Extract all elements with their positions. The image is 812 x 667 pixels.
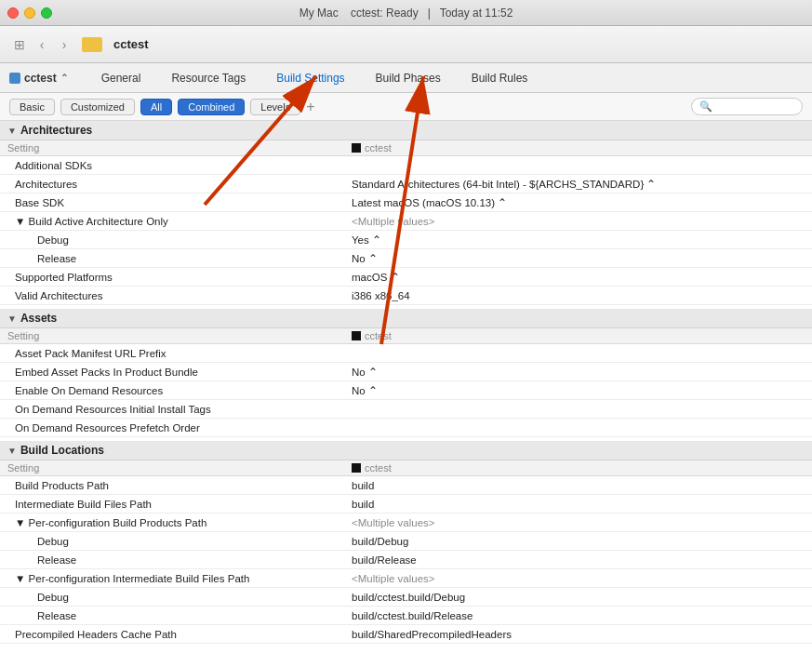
table-row: Build Products Path build bbox=[0, 476, 812, 495]
assets-col-header: Setting cctest bbox=[0, 328, 812, 344]
table-row: Release No ⌃ bbox=[0, 249, 812, 268]
build-locations-section-header: ▼ Build Locations bbox=[0, 441, 812, 460]
table-row: Architectures Standard Architectures (64… bbox=[0, 175, 812, 193]
table-row: On Demand Resources Prefetch Order bbox=[0, 419, 812, 437]
table-row: Precompiled Headers Cache Path build/Sha… bbox=[0, 625, 812, 644]
table-row: ▼ Per-configuration Intermediate Build F… bbox=[0, 569, 812, 588]
table-row: ▼ Per-configuration Build Products Path … bbox=[0, 514, 812, 532]
table-row: Asset Pack Manifest URL Prefix bbox=[0, 344, 812, 363]
settings-content: ▼ Architectures Setting cctest Additiona… bbox=[0, 121, 812, 667]
tab-build-rules[interactable]: Build Rules bbox=[457, 63, 544, 93]
traffic-lights bbox=[7, 7, 52, 19]
collapse-triangle-assets[interactable]: ▼ bbox=[7, 313, 17, 324]
close-button[interactable] bbox=[7, 7, 19, 19]
table-row: Supported Platforms macOS ⌃ bbox=[0, 268, 812, 287]
search-input[interactable] bbox=[716, 101, 800, 113]
table-row: Intermediate Build Files Path build bbox=[0, 495, 812, 514]
table-row: Debug Yes ⌃ bbox=[0, 231, 812, 249]
filter-combined-button[interactable]: Combined bbox=[178, 99, 245, 115]
table-row: Valid Architectures i386 x86_64 bbox=[0, 287, 812, 305]
title-bar-text: My Mac cctest: Ready | Today at 11:52 bbox=[300, 7, 513, 20]
title-bar: My Mac cctest: Ready | Today at 11:52 bbox=[0, 0, 812, 26]
tab-resource-tags[interactable]: Resource Tags bbox=[156, 63, 261, 93]
table-row: ▼ Build Active Architecture Only <Multip… bbox=[0, 212, 812, 231]
table-row: Release build/cctest.build/Release bbox=[0, 607, 812, 625]
tab-general[interactable]: General bbox=[87, 63, 157, 93]
tab-build-phases[interactable]: Build Phases bbox=[361, 63, 457, 93]
target-icon bbox=[352, 143, 361, 153]
filter-bar: Basic Customized All Combined Levels + 🔍 bbox=[0, 93, 812, 121]
target-icon-build-loc bbox=[352, 463, 361, 473]
tab-build-settings[interactable]: Build Settings bbox=[261, 63, 360, 93]
project-label: cctest ⌃ bbox=[9, 72, 68, 85]
tabs: General Resource Tags Build Settings Bui… bbox=[87, 63, 544, 93]
collapse-triangle[interactable]: ▼ bbox=[7, 126, 17, 136]
build-locations-col-header: Setting cctest bbox=[0, 460, 812, 476]
nav-buttons: ⊞ ‹ › bbox=[9, 34, 74, 55]
search-icon: 🔍 bbox=[699, 100, 712, 113]
table-row: Additional SDKs bbox=[0, 156, 812, 175]
add-filter-button[interactable]: + bbox=[306, 100, 314, 114]
filter-all-button[interactable]: All bbox=[140, 99, 172, 115]
table-row: Embed Asset Packs In Product Bundle No ⌃ bbox=[0, 363, 812, 381]
target-icon-assets bbox=[352, 331, 361, 340]
architectures-col-header: Setting cctest bbox=[0, 140, 812, 156]
grid-view-button[interactable]: ⊞ bbox=[9, 34, 30, 55]
forward-button[interactable]: › bbox=[54, 34, 74, 55]
table-row: Release build/Release bbox=[0, 551, 812, 569]
zoom-button[interactable] bbox=[41, 7, 52, 19]
architectures-section-header: ▼ Architectures bbox=[0, 121, 812, 140]
assets-section-header: ▼ Assets bbox=[0, 309, 812, 328]
search-box[interactable]: 🔍 bbox=[691, 98, 803, 115]
project-folder-icon bbox=[82, 37, 102, 52]
table-row: Debug build/cctest.build/Debug bbox=[0, 588, 812, 607]
minimize-button[interactable] bbox=[24, 7, 35, 19]
table-row: Debug build/Debug bbox=[0, 532, 812, 551]
project-icon bbox=[9, 73, 20, 84]
table-row: On Demand Resources Initial Install Tags bbox=[0, 400, 812, 419]
toolbar-project-title: cctest bbox=[113, 37, 149, 51]
tab-bar: cctest ⌃ General Resource Tags Build Set… bbox=[0, 63, 812, 93]
toolbar: ⊞ ‹ › cctest bbox=[0, 26, 812, 63]
filter-basic-button[interactable]: Basic bbox=[9, 99, 55, 115]
table-row: Enable On Demand Resources No ⌃ bbox=[0, 381, 812, 400]
filter-levels-button[interactable]: Levels bbox=[250, 99, 300, 115]
table-row: Base SDK Latest macOS (macOS 10.13) ⌃ bbox=[0, 193, 812, 212]
collapse-triangle-build-locations[interactable]: ▼ bbox=[7, 446, 17, 456]
back-button[interactable]: ‹ bbox=[32, 34, 52, 55]
filter-customized-button[interactable]: Customized bbox=[60, 99, 135, 115]
